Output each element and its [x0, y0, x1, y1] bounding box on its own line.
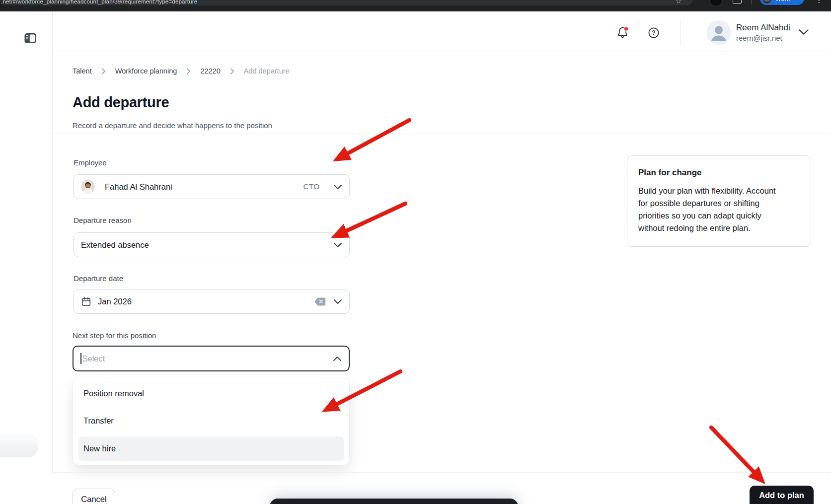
page-subtitle: Record a departure and decide what happe…: [73, 121, 272, 130]
next-step-placeholder: Select: [82, 354, 105, 363]
clear-icon[interactable]: [314, 297, 326, 306]
text-caret: [80, 353, 81, 364]
panel-left-icon: [24, 32, 37, 45]
employee-label: Employee: [74, 158, 107, 167]
arrow-add-to-plan: [711, 428, 755, 473]
next-step-dropdown: Position removal Transfer New hire: [73, 378, 350, 465]
profile-label: Work: [775, 0, 790, 2]
chevron-down-icon: [333, 299, 342, 304]
card-title: Plan for change: [638, 168, 800, 178]
add-to-plan-button[interactable]: Add to plan: [750, 486, 814, 504]
bookmark-star-icon[interactable]: ☆: [676, 0, 682, 5]
employee-name: Fahad Al Shahrani: [105, 182, 172, 192]
user-name: Reem AlNahdi: [736, 23, 790, 33]
departure-reason-label: Departure reason: [74, 216, 132, 224]
employee-role: CTO: [303, 182, 319, 191]
chevron-down-icon: [798, 28, 810, 36]
chevron-right-icon: [186, 68, 191, 74]
user-email: reem@jisr.net: [736, 34, 782, 42]
browser-menu-icon[interactable]: ⋮: [816, 0, 823, 4]
header-divider: [680, 20, 681, 46]
chevron-right-icon: [230, 68, 234, 74]
profile-avatar: [762, 0, 771, 3]
cancel-button[interactable]: Cancel: [73, 489, 115, 504]
svg-text:?: ?: [652, 29, 655, 36]
employee-select[interactable]: Fahad Al Shahrani CTO: [74, 174, 350, 199]
extension-icon[interactable]: [709, 0, 723, 6]
toast: [270, 499, 518, 504]
help-button[interactable]: ?: [648, 27, 660, 41]
departure-date-value: Jan 2026: [98, 297, 132, 306]
browser-profile-chip[interactable]: Work: [760, 0, 804, 5]
floating-widget: [0, 433, 38, 457]
user-menu-chevron[interactable]: [798, 28, 810, 38]
breadcrumb-plan-id[interactable]: 22220: [200, 67, 220, 75]
next-step-label: Next step for this position: [73, 331, 156, 340]
browser-window-icon[interactable]: [733, 0, 742, 4]
next-step-combobox[interactable]: Select: [73, 346, 350, 371]
page: .net/#/workforce_planning/headcount_plan…: [0, 0, 831, 504]
breadcrumb-current: Add departure: [244, 67, 290, 75]
url-text: .net/#/workforce_planning/headcount_plan…: [1, 0, 197, 4]
browser-bar: .net/#/workforce_planning/headcount_plan…: [0, 0, 831, 11]
avatar: [706, 20, 731, 45]
calendar-icon: [81, 296, 91, 307]
departure-date-select[interactable]: Jan 2026: [74, 289, 350, 314]
card-body: Build your plan with flexibility. Accoun…: [638, 185, 800, 234]
employee-avatar: [81, 180, 95, 194]
footer-divider: [52, 472, 831, 473]
section-divider: [52, 134, 831, 134]
departure-date-label: Departure date: [74, 274, 123, 283]
arrow-reason: [345, 204, 405, 231]
breadcrumb-workforce-planning[interactable]: Workforce planning: [115, 67, 177, 75]
departure-reason-value: Extended absence: [81, 240, 149, 250]
option-position-removal[interactable]: Position removal: [73, 380, 349, 407]
chevron-down-icon: [333, 242, 342, 248]
chevron-down-icon: [333, 184, 342, 190]
arrow-employee: [347, 120, 409, 154]
departure-reason-select[interactable]: Extended absence: [74, 232, 350, 257]
help-icon: ?: [648, 27, 660, 39]
page-title: Add departure: [73, 94, 169, 111]
chevron-right-icon: [101, 68, 106, 74]
chevron-up-icon: [333, 356, 342, 361]
content-left-border: [52, 11, 53, 472]
browser-divider: [751, 0, 752, 4]
option-transfer[interactable]: Transfer: [73, 407, 349, 434]
notification-dot: [624, 26, 628, 31]
plan-for-change-card: Plan for change Build your plan with fle…: [627, 155, 811, 247]
option-new-hire[interactable]: New hire: [78, 436, 344, 461]
sidebar-toggle-button[interactable]: [24, 32, 37, 47]
notifications-button[interactable]: [616, 26, 629, 41]
header-border: [52, 52, 831, 52]
breadcrumb-talent[interactable]: Talent: [73, 67, 92, 75]
breadcrumb: Talent Workforce planning 22220 Add depa…: [73, 67, 290, 75]
bell-icon: [616, 26, 629, 39]
